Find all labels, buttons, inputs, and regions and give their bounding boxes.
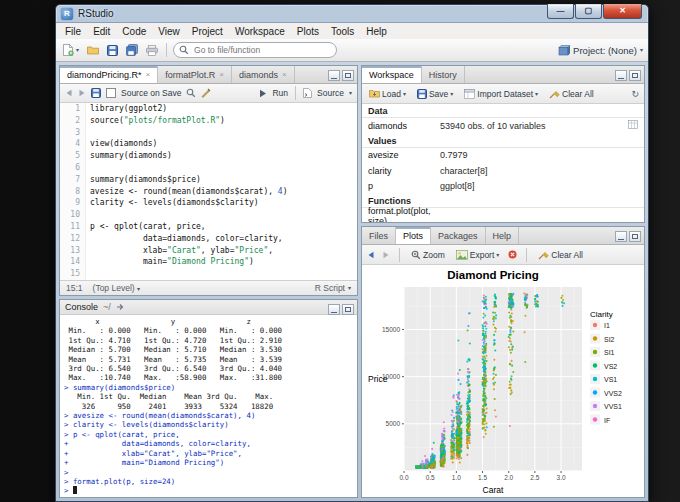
next-plot-icon[interactable] [382, 251, 390, 259]
console-line: Max. :10.740 Max. :58.900 Max. :31.800 [64, 373, 353, 382]
object-row-format-plot-plot-size[interactable]: format.plot(plot, size) [362, 208, 644, 222]
code-editor[interactable]: 1library(ggplot2)2source("plots/formatPl… [60, 103, 357, 280]
back-icon[interactable] [65, 89, 73, 97]
save-button[interactable] [105, 44, 120, 57]
goto-file-search[interactable] [173, 42, 337, 58]
code-line: 9clarity <- levels(diamonds$clarity) [60, 197, 357, 209]
search-input[interactable] [192, 44, 316, 56]
zoom-button[interactable]: Zoom [409, 249, 447, 261]
console-line: > [64, 468, 353, 477]
close-icon[interactable]: × [282, 70, 287, 79]
menu-project[interactable]: Project [186, 25, 229, 38]
project-caret-icon: ▾ [640, 47, 643, 53]
code-text: xlab="Carat", ylab="Price", [86, 245, 273, 257]
tab-files[interactable]: Files [362, 227, 396, 244]
remove-plot-icon[interactable] [508, 250, 517, 259]
close-icon[interactable]: × [146, 70, 151, 79]
pane-minimize-button[interactable] [328, 304, 340, 315]
pane-minimize-button[interactable] [615, 70, 627, 81]
project-cube-icon [558, 44, 570, 56]
menu-view[interactable]: View [152, 25, 186, 38]
export-button[interactable]: Export ▾ [454, 249, 502, 261]
menu-file[interactable]: File [59, 25, 87, 38]
import-dataset-button[interactable]: Import Dataset ▾ [462, 88, 540, 100]
find-icon[interactable] [186, 88, 196, 98]
object-row-diamonds[interactable]: diamonds53940 obs. of 10 variables [362, 118, 644, 134]
menu-code[interactable]: Code [116, 25, 152, 38]
svg-text:VVS2: VVS2 [604, 390, 622, 397]
view-data-icon[interactable] [628, 120, 638, 131]
source-button[interactable]: Source [317, 88, 344, 98]
console-line: Mean : 5.731 Mean : 5.735 Mean : 3.539 [64, 355, 353, 364]
code-segment: library(ggplot2) [90, 104, 167, 113]
run-button[interactable]: Run [272, 88, 288, 98]
run-icon[interactable] [259, 89, 267, 98]
tab-help[interactable]: Help [486, 227, 520, 244]
new-file-button[interactable]: ▾ [61, 43, 81, 57]
menu-help[interactable]: Help [360, 25, 393, 38]
tab-history[interactable]: History [422, 66, 465, 83]
menu-plots[interactable]: Plots [291, 25, 325, 38]
svg-text:2.5: 2.5 [530, 474, 539, 481]
menu-tools[interactable]: Tools [325, 25, 360, 38]
project-menu[interactable]: Project: (None) ▾ [558, 44, 643, 56]
tab-plots[interactable]: Plots [396, 227, 431, 244]
svg-text:15000: 15000 [382, 326, 400, 333]
print-button[interactable] [144, 44, 160, 57]
object-row-clarity[interactable]: claritycharacter[8] [362, 163, 644, 179]
maximize-button[interactable]: ▢ [575, 4, 602, 19]
source-status-bar: 15:1 (Top Level) ▾ R Script ▾ [60, 280, 357, 295]
tab-formatplot-r[interactable]: formatPlot.R× [158, 66, 232, 83]
refresh-icon[interactable]: ↻ [631, 89, 639, 99]
export-image-icon [456, 250, 468, 260]
file-type-selector[interactable]: R Script ▾ [315, 283, 351, 293]
section-header-values: Values [362, 134, 644, 148]
tab-workspace[interactable]: Workspace [362, 66, 422, 83]
pane-minimize-button[interactable] [615, 231, 627, 242]
scope-selector[interactable]: (Top Level) ▾ [93, 283, 140, 293]
code-tools-icon[interactable] [201, 88, 211, 98]
source-on-save-checkbox[interactable] [106, 88, 116, 98]
tab-packages[interactable]: Packages [431, 227, 486, 244]
menu-workspace[interactable]: Workspace [229, 25, 291, 38]
minimize-button[interactable]: — [547, 4, 574, 19]
pane-minimize-button[interactable] [328, 70, 340, 81]
open-file-button[interactable] [85, 44, 101, 56]
save-all-button[interactable] [124, 43, 140, 57]
save-icon[interactable] [91, 88, 101, 98]
object-row-avesize[interactable]: avesize0.7979 [362, 148, 644, 164]
svg-text:I1: I1 [604, 322, 610, 329]
goto-directory-icon[interactable] [116, 303, 125, 311]
close-icon[interactable]: × [219, 70, 224, 79]
pane-maximize-button[interactable] [629, 231, 641, 242]
console-output[interactable]: x y z Min. : 0.000 Min. : 0.000 Min. : 0… [60, 315, 357, 497]
previous-plot-icon[interactable] [367, 251, 375, 259]
menu-bar: FileEditCodeViewProjectWorkspacePlotsToo… [56, 22, 648, 39]
code-line: 4view(diamonds) [60, 138, 357, 150]
pane-maximize-button[interactable] [342, 70, 354, 81]
object-row-p[interactable]: pggplot[8] [362, 179, 644, 195]
console-line: Median : 5.700 Median : 5.710 Median : 3… [64, 345, 353, 354]
load-workspace-button[interactable]: Load ▾ [367, 88, 408, 100]
source-script-icon[interactable] [303, 88, 312, 98]
code-line: 5summary(diamonds) [60, 150, 357, 162]
tab-diamondpricing-r[interactable]: diamondPricing.R*× [60, 66, 158, 83]
save-label: Save [429, 89, 448, 99]
plots-pane: FilesPlotsPackagesHelp Zoom Export ▾ [361, 226, 645, 498]
menu-edit[interactable]: Edit [87, 25, 116, 38]
save-workspace-button[interactable]: Save ▾ [415, 88, 455, 100]
code-segment: "Carat" [167, 246, 201, 255]
svg-text:Price: Price [368, 374, 388, 384]
clear-plots-button[interactable]: Clear All [536, 249, 585, 261]
close-button[interactable]: ✕ [603, 4, 642, 19]
clear-workspace-button[interactable]: Clear All [547, 88, 596, 100]
pane-maximize-button[interactable] [342, 304, 354, 315]
console-line: > clarity <- levels(diamonds$clarity) [64, 420, 353, 429]
tab-label: Plots [403, 231, 423, 241]
pane-maximize-button[interactable] [629, 70, 641, 81]
toolbar-separator [166, 43, 167, 57]
tab-diamonds[interactable]: diamonds× [232, 66, 295, 83]
title-bar[interactable]: R RStudio — ▢ ✕ [56, 5, 648, 22]
object-name: avesize [368, 150, 440, 160]
forward-icon[interactable] [78, 89, 86, 97]
